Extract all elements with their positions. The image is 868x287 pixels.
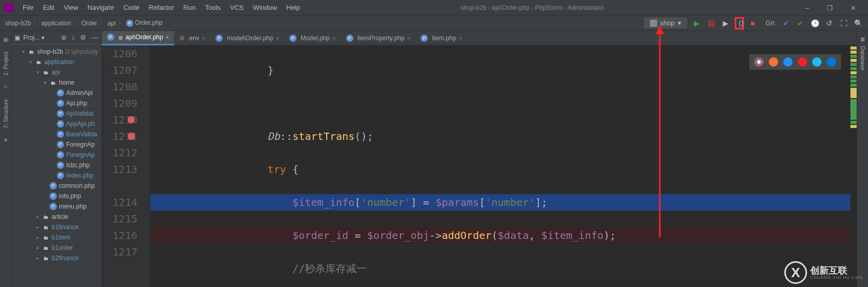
line-number[interactable]: 1213: [102, 161, 137, 178]
tree-row[interactable]: ▸🖿b1order: [11, 243, 101, 253]
line-number[interactable]: 1207: [102, 62, 137, 78]
crumb-root[interactable]: shop-b2b: [5, 20, 31, 27]
ie-icon[interactable]: [812, 57, 822, 67]
crumb-3[interactable]: api: [107, 20, 116, 27]
editor-tab[interactable]: P◎api\Order.php×: [102, 31, 174, 45]
tree-arrow-icon[interactable]: ▸: [35, 235, 40, 240]
menu-run[interactable]: Run: [179, 2, 200, 13]
tree-row[interactable]: ▾🖿api: [11, 67, 101, 77]
vcs-revert-icon[interactable]: ↺: [825, 19, 834, 27]
tree-arrow-icon[interactable]: ▾: [28, 59, 33, 65]
tree-arrow-icon[interactable]: ▾: [21, 49, 26, 54]
structure-tab-icon[interactable]: ≡: [2, 84, 9, 91]
locate-icon[interactable]: ⊕: [61, 34, 67, 41]
run-icon[interactable]: ▶: [692, 19, 702, 27]
close-icon[interactable]: ×: [166, 34, 169, 40]
editor-gutter[interactable]: 1206120712081209121012111212121312141215…: [102, 45, 150, 287]
tree-row[interactable]: Pinfo.php: [11, 191, 101, 201]
line-number[interactable]: 1210: [102, 111, 137, 128]
window-minimize[interactable]: –: [801, 3, 813, 13]
menu-navigate[interactable]: Navigate: [83, 2, 118, 13]
tree-row[interactable]: ▸🖿b2finance: [11, 253, 101, 263]
editor-tab[interactable]: PItemProperty.php×: [341, 31, 416, 45]
tree-row[interactable]: ▸🖿b1item: [11, 232, 101, 243]
structure-vertical-tab[interactable]: 7: Structure: [2, 97, 10, 131]
project-vertical-tab[interactable]: 1: Project: [2, 50, 10, 77]
tree-row[interactable]: ▸🖿article: [11, 212, 101, 222]
edge-icon[interactable]: [827, 57, 836, 67]
project-header-title[interactable]: Proj...▾: [23, 34, 44, 41]
tree-row[interactable]: PBaseValida: [11, 129, 101, 139]
close-icon[interactable]: ×: [202, 35, 205, 41]
menu-edit[interactable]: Edit: [39, 2, 58, 13]
crumb-2[interactable]: Order: [81, 20, 97, 27]
tree-row[interactable]: PApiValidat: [11, 108, 101, 119]
tree-row[interactable]: PIcbc.php: [11, 160, 101, 170]
search-icon[interactable]: 🔍: [854, 19, 863, 27]
editor-tab[interactable]: Pmodel\Order.php×: [210, 31, 284, 45]
tree-row[interactable]: PForeignAp: [11, 150, 101, 160]
line-number[interactable]: 1216: [102, 227, 137, 244]
tree-row[interactable]: ▾🖿home: [11, 77, 101, 88]
debug-listen-icon[interactable]: ⟨⟩: [735, 17, 744, 29]
tree-row[interactable]: PAppApi.ph: [11, 119, 101, 129]
database-vertical-tab[interactable]: Database: [859, 44, 867, 72]
tree-arrow-icon[interactable]: ▸: [35, 214, 40, 219]
vcs-history-icon[interactable]: 🕑: [810, 19, 819, 27]
tree-row[interactable]: Pmenu.php: [11, 201, 101, 212]
window-maximize[interactable]: ❐: [823, 3, 837, 13]
line-number[interactable]: 1214: [102, 194, 137, 211]
hide-icon[interactable]: —: [91, 34, 98, 41]
tree-row[interactable]: ▾🖿application: [11, 57, 101, 67]
line-number[interactable]: 1209: [102, 95, 137, 111]
menu-view[interactable]: View: [59, 2, 82, 13]
breakpoint-icon[interactable]: [128, 116, 135, 123]
close-icon[interactable]: ×: [332, 35, 335, 41]
safari-icon[interactable]: [783, 57, 793, 67]
tree-arrow-icon[interactable]: ▾: [42, 80, 48, 85]
editor-tab[interactable]: ⚙.env×: [174, 31, 210, 45]
editor-code[interactable]: } Db::startTrans(); try { $item_info['nu…: [150, 45, 850, 287]
close-icon[interactable]: ×: [276, 35, 279, 41]
chrome-icon[interactable]: [754, 57, 764, 67]
line-number[interactable]: 1217: [102, 244, 137, 260]
close-icon[interactable]: ×: [407, 35, 410, 41]
tree-row[interactable]: PForeignAp: [11, 139, 101, 150]
debug-icon[interactable]: 🐞: [707, 19, 716, 27]
line-number[interactable]: [102, 178, 137, 194]
close-icon[interactable]: ×: [459, 35, 462, 41]
breakpoint-icon[interactable]: [128, 133, 135, 140]
favorites-tab-icon[interactable]: ★: [2, 137, 9, 144]
tree-row[interactable]: Pcommon.php: [11, 181, 101, 191]
tree-arrow-icon[interactable]: ▾: [35, 70, 40, 75]
tree-row[interactable]: ▸🖿b1finance: [11, 222, 101, 232]
expand-icon[interactable]: ⛶: [839, 19, 848, 27]
firefox-icon[interactable]: [769, 57, 778, 67]
line-number[interactable]: 1208: [102, 78, 137, 95]
line-number[interactable]: 1206: [102, 45, 137, 62]
tree-arrow-icon[interactable]: ▸: [35, 256, 40, 261]
vcs-commit-icon[interactable]: ✔: [796, 19, 805, 27]
crumb-1[interactable]: application: [41, 20, 71, 27]
stop-icon[interactable]: ■: [748, 19, 757, 27]
project-tab-icon[interactable]: ▣: [2, 36, 9, 43]
coverage-icon[interactable]: ▶: [721, 19, 731, 27]
database-tab-icon[interactable]: ≣: [860, 36, 865, 43]
menu-file[interactable]: File: [19, 2, 38, 13]
tree-row[interactable]: ▾🖿shop-b2b D:\phpstudy: [11, 46, 101, 57]
line-number[interactable]: 1211: [102, 128, 137, 145]
editor-tab[interactable]: PItem.php×: [415, 31, 467, 45]
tree-row[interactable]: PAdminApi: [11, 88, 101, 98]
tree-arrow-icon[interactable]: ▸: [35, 245, 40, 250]
error-stripe[interactable]: [850, 45, 857, 287]
window-close[interactable]: ✕: [846, 3, 860, 13]
run-config-select[interactable]: shop ▾: [644, 18, 687, 28]
opera-icon[interactable]: [798, 57, 807, 67]
tree-arrow-icon[interactable]: ▸: [35, 225, 40, 230]
line-number[interactable]: 1212: [102, 145, 137, 161]
menu-refactor[interactable]: Refactor: [145, 2, 178, 13]
menu-code[interactable]: Code: [119, 2, 144, 13]
tree-row[interactable]: PIndex.php: [11, 170, 101, 181]
crumb-file[interactable]: POrder.php: [126, 19, 162, 27]
vcs-update-icon[interactable]: ✔: [781, 19, 791, 27]
